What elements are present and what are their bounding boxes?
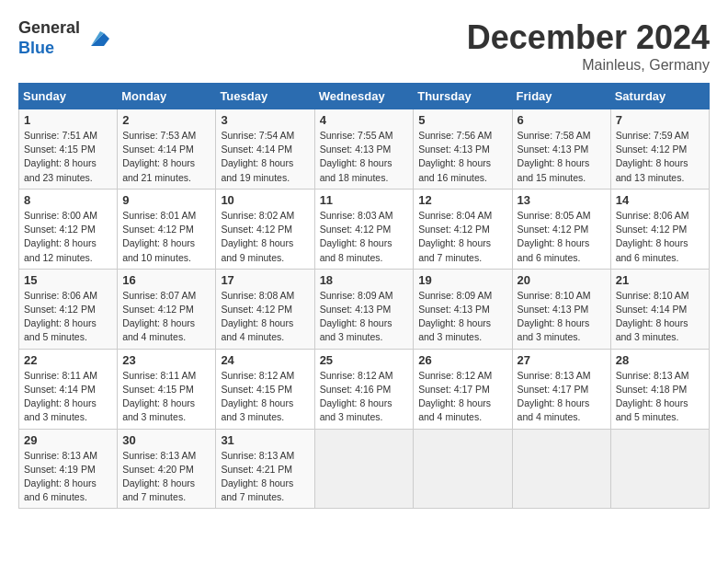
- day-info: Sunrise: 7:56 AMSunset: 4:13 PMDaylight:…: [418, 129, 506, 185]
- weekday-header-sunday: Sunday: [19, 84, 118, 109]
- day-number: 14: [616, 193, 704, 207]
- calendar-week-0: 1Sunrise: 7:51 AMSunset: 4:15 PMDaylight…: [19, 109, 710, 190]
- daylight: Daylight: 8 hours and 5 minutes.: [616, 397, 688, 422]
- sunrise: Sunrise: 8:04 AM: [418, 210, 492, 221]
- daylight: Daylight: 8 hours and 23 minutes.: [24, 157, 97, 182]
- sunset: Sunset: 4:13 PM: [518, 304, 589, 315]
- day-info: Sunrise: 7:51 AMSunset: 4:15 PMDaylight:…: [24, 129, 112, 185]
- daylight: Daylight: 8 hours and 4 minutes.: [221, 317, 293, 342]
- day-number: 28: [616, 353, 704, 367]
- day-info: Sunrise: 7:55 AMSunset: 4:13 PMDaylight:…: [320, 129, 409, 185]
- sunset: Sunset: 4:14 PM: [24, 384, 96, 395]
- day-info: Sunrise: 8:11 AMSunset: 4:15 PMDaylight:…: [122, 369, 210, 425]
- day-number: 19: [418, 273, 506, 287]
- sunrise: Sunrise: 8:13 AM: [616, 370, 689, 381]
- day-number: 20: [518, 273, 606, 287]
- day-number: 18: [320, 273, 409, 287]
- sunrise: Sunrise: 8:01 AM: [122, 210, 196, 221]
- sunrise: Sunrise: 8:06 AM: [616, 210, 689, 221]
- logo-blue: Blue: [18, 39, 54, 57]
- sunset: Sunset: 4:12 PM: [221, 304, 292, 315]
- calendar-cell: 1Sunrise: 7:51 AMSunset: 4:15 PMDaylight…: [19, 109, 118, 190]
- day-info: Sunrise: 8:02 AMSunset: 4:12 PMDaylight:…: [221, 209, 309, 265]
- calendar-cell: 6Sunrise: 7:58 AMSunset: 4:13 PMDaylight…: [512, 109, 610, 190]
- daylight: Daylight: 8 hours and 19 minutes.: [221, 157, 293, 182]
- daylight: Daylight: 8 hours and 3 minutes.: [320, 397, 392, 422]
- logo-general: General: [18, 18, 80, 37]
- day-info: Sunrise: 8:04 AMSunset: 4:12 PMDaylight:…: [418, 209, 506, 265]
- sunrise: Sunrise: 7:54 AM: [221, 130, 294, 141]
- daylight: Daylight: 8 hours and 3 minutes.: [418, 317, 491, 342]
- weekday-header-wednesday: Wednesday: [314, 84, 414, 109]
- day-number: 11: [320, 193, 409, 207]
- sunrise: Sunrise: 8:11 AM: [24, 370, 97, 381]
- sunset: Sunset: 4:21 PM: [221, 464, 292, 475]
- sunset: Sunset: 4:13 PM: [518, 144, 589, 155]
- day-number: 23: [122, 353, 210, 367]
- weekday-header-saturday: Saturday: [610, 84, 709, 109]
- calendar-cell: 11Sunrise: 8:03 AMSunset: 4:12 PMDayligh…: [314, 189, 414, 269]
- calendar-week-4: 29Sunrise: 8:13 AMSunset: 4:19 PMDayligh…: [19, 429, 710, 509]
- weekday-header-thursday: Thursday: [414, 84, 512, 109]
- sunrise: Sunrise: 8:09 AM: [418, 290, 492, 301]
- day-number: 13: [518, 193, 606, 207]
- sunset: Sunset: 4:14 PM: [122, 144, 194, 155]
- day-number: 2: [122, 113, 210, 127]
- sunset: Sunset: 4:18 PM: [616, 384, 688, 395]
- calendar-cell: 28Sunrise: 8:13 AMSunset: 4:18 PMDayligh…: [610, 349, 709, 429]
- calendar-cell: 29Sunrise: 8:13 AMSunset: 4:19 PMDayligh…: [19, 429, 118, 509]
- sunrise: Sunrise: 8:13 AM: [518, 370, 591, 381]
- day-info: Sunrise: 7:54 AMSunset: 4:14 PMDaylight:…: [221, 129, 309, 185]
- sunrise: Sunrise: 7:53 AM: [122, 130, 196, 141]
- day-info: Sunrise: 8:13 AMSunset: 4:21 PMDaylight:…: [221, 449, 309, 505]
- day-info: Sunrise: 8:01 AMSunset: 4:12 PMDaylight:…: [122, 209, 210, 265]
- daylight: Daylight: 8 hours and 3 minutes.: [518, 317, 590, 342]
- daylight: Daylight: 8 hours and 6 minutes.: [24, 477, 97, 502]
- sunrise: Sunrise: 7:59 AM: [616, 130, 689, 141]
- daylight: Daylight: 8 hours and 3 minutes.: [24, 397, 97, 422]
- sunset: Sunset: 4:12 PM: [616, 224, 688, 235]
- page-header: General Blue December 2024 Mainleus, Ger…: [18, 18, 710, 74]
- sunrise: Sunrise: 7:55 AM: [320, 130, 393, 141]
- sunset: Sunset: 4:13 PM: [418, 144, 490, 155]
- day-info: Sunrise: 8:12 AMSunset: 4:15 PMDaylight:…: [221, 369, 309, 425]
- day-info: Sunrise: 8:12 AMSunset: 4:16 PMDaylight:…: [320, 369, 409, 425]
- day-info: Sunrise: 8:06 AMSunset: 4:12 PMDaylight:…: [616, 209, 704, 265]
- calendar-cell: [314, 429, 414, 509]
- day-info: Sunrise: 7:59 AMSunset: 4:12 PMDaylight:…: [616, 129, 704, 185]
- daylight: Daylight: 8 hours and 13 minutes.: [616, 157, 688, 182]
- day-number: 16: [122, 273, 210, 287]
- calendar-cell: 10Sunrise: 8:02 AMSunset: 4:12 PMDayligh…: [216, 189, 314, 269]
- sunset: Sunset: 4:13 PM: [320, 304, 392, 315]
- day-number: 9: [122, 193, 210, 207]
- day-info: Sunrise: 8:00 AMSunset: 4:12 PMDaylight:…: [24, 209, 112, 265]
- day-info: Sunrise: 8:06 AMSunset: 4:12 PMDaylight:…: [24, 289, 112, 345]
- sunrise: Sunrise: 8:12 AM: [221, 370, 294, 381]
- day-number: 1: [24, 113, 112, 127]
- sunset: Sunset: 4:12 PM: [320, 224, 392, 235]
- day-number: 4: [320, 113, 409, 127]
- calendar-cell: 19Sunrise: 8:09 AMSunset: 4:13 PMDayligh…: [414, 269, 512, 349]
- sunset: Sunset: 4:12 PM: [616, 144, 688, 155]
- sunset: Sunset: 4:12 PM: [24, 224, 96, 235]
- daylight: Daylight: 8 hours and 5 minutes.: [24, 317, 97, 342]
- daylight: Daylight: 8 hours and 9 minutes.: [221, 237, 293, 262]
- day-info: Sunrise: 8:13 AMSunset: 4:17 PMDaylight:…: [518, 369, 606, 425]
- calendar-cell: 18Sunrise: 8:09 AMSunset: 4:13 PMDayligh…: [314, 269, 414, 349]
- sunset: Sunset: 4:20 PM: [122, 464, 194, 475]
- sunset: Sunset: 4:12 PM: [518, 224, 589, 235]
- sunset: Sunset: 4:14 PM: [221, 144, 292, 155]
- daylight: Daylight: 8 hours and 3 minutes.: [221, 397, 293, 422]
- sunset: Sunset: 4:12 PM: [122, 304, 194, 315]
- daylight: Daylight: 8 hours and 6 minutes.: [616, 237, 688, 262]
- daylight: Daylight: 8 hours and 3 minutes.: [320, 317, 392, 342]
- day-number: 12: [418, 193, 506, 207]
- calendar-cell: 27Sunrise: 8:13 AMSunset: 4:17 PMDayligh…: [512, 349, 610, 429]
- calendar-cell: 3Sunrise: 7:54 AMSunset: 4:14 PMDaylight…: [216, 109, 314, 190]
- sunset: Sunset: 4:13 PM: [418, 304, 490, 315]
- sunset: Sunset: 4:16 PM: [320, 384, 392, 395]
- daylight: Daylight: 8 hours and 3 minutes.: [616, 317, 688, 342]
- daylight: Daylight: 8 hours and 12 minutes.: [24, 237, 97, 262]
- sunrise: Sunrise: 8:09 AM: [320, 290, 393, 301]
- calendar-table: SundayMondayTuesdayWednesdayThursdayFrid…: [18, 83, 710, 509]
